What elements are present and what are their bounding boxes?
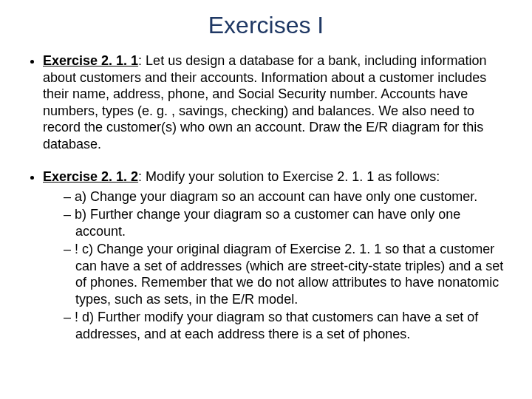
exercise-1-label: Exercise 2. 1. 1 <box>43 53 138 68</box>
exercise-1: Exercise 2. 1. 1: Let us design a databa… <box>43 52 510 152</box>
bullet-list: Exercise 2. 1. 1: Let us design a databa… <box>22 52 510 342</box>
exercise-2-label: Exercise 2. 1. 2 <box>43 169 138 184</box>
exercise-2-sub-a: a) Change your diagram so an account can… <box>64 188 510 205</box>
slide: Exercises I Exercise 2. 1. 1: Let us des… <box>0 0 532 399</box>
exercise-2-text: : Modify your solution to Exercise 2. 1.… <box>138 169 440 184</box>
exercise-2-sub-b: b) Further change your diagram so a cust… <box>64 206 510 239</box>
exercise-2-sublist: a) Change your diagram so an account can… <box>43 188 510 343</box>
exercise-2-sub-d: ! d) Further modify your diagram so that… <box>64 309 510 342</box>
slide-title: Exercises I <box>22 12 510 39</box>
exercise-2-sub-c: ! c) Change your original diagram of Exe… <box>64 241 510 307</box>
exercise-2: Exercise 2. 1. 2: Modify your solution t… <box>43 168 510 342</box>
